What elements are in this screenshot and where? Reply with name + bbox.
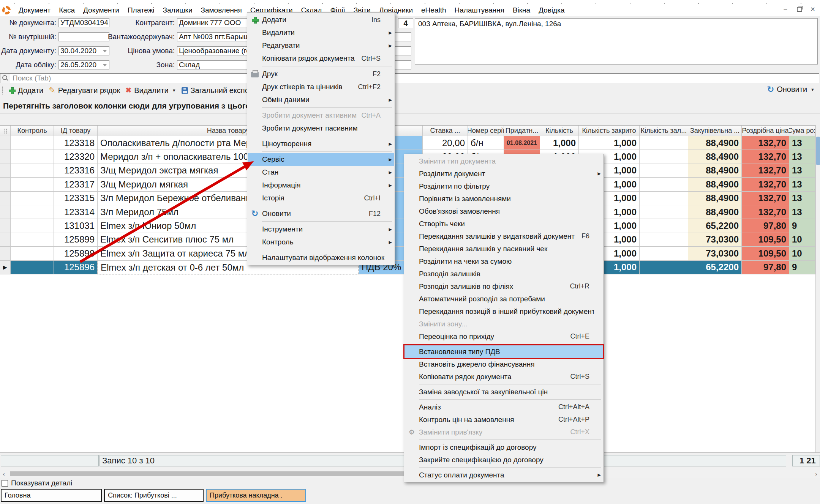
menubar-item-Вікна[interactable]: Вікна	[509, 6, 534, 14]
cell-control[interactable]	[11, 233, 54, 247]
toolbar-button-Загальний експорт[interactable]: Загальний експорт	[182, 86, 257, 95]
cell-id[interactable]: 125899	[54, 233, 98, 247]
cell-control[interactable]	[11, 247, 54, 260]
cell-sum[interactable]: 13	[789, 136, 815, 150]
menu-item-Видалити[interactable]: Видалити▶	[248, 26, 394, 39]
cell-qty_rem[interactable]	[640, 205, 688, 219]
menu-item-Розділити документ[interactable]: Розділити документ▶	[404, 167, 603, 180]
cell-retail[interactable]: 109,50	[742, 247, 789, 260]
column-header-control[interactable]: Контроль	[11, 126, 54, 136]
cell-sum[interactable]: 13	[789, 205, 815, 219]
menu-item-Розподіл залишків[interactable]: Розподіл залишків	[404, 268, 603, 280]
column-header-qty_rem[interactable]: Кількість зал...	[640, 126, 688, 136]
menu-item-Інформація[interactable]: Інформація▶	[248, 179, 394, 192]
cell-id[interactable]: 123318	[54, 136, 98, 150]
menu-item-Імпорт із специфікацій до договору[interactable]: Імпорт із специфікацій до договору	[404, 441, 603, 454]
cell-retail[interactable]: 109,50	[742, 233, 789, 247]
menu-item-Перекидання залишків у пасивний чек[interactable]: Перекидання залишків у пасивний чек	[404, 243, 603, 255]
cell-sum[interactable]: 13	[789, 192, 815, 205]
menu-item-Контроль цін на замовлення[interactable]: Контроль цін на замовленняCtrl+Alt+P	[404, 413, 603, 426]
vertical-scrollbar[interactable]	[815, 125, 820, 452]
cell-retail[interactable]: 132,70	[742, 136, 789, 150]
cell-control[interactable]	[11, 219, 54, 233]
menu-item-Переоцінка по прихіду[interactable]: Переоцінка по прихідуCtrl+E	[404, 330, 603, 343]
column-header-marker[interactable]	[0, 126, 11, 136]
menu-item-Створіть чеки[interactable]: Створіть чеки	[404, 217, 603, 230]
cell-qty_rem[interactable]	[640, 192, 688, 205]
cell-qty_rem[interactable]	[640, 219, 688, 233]
menu-item-Копіювати рядок документа[interactable]: Копіювати рядок документаCtrl+S	[404, 370, 603, 383]
restore-button[interactable]	[795, 5, 803, 14]
tab-Головна[interactable]: Головна	[1, 489, 102, 502]
clipped-field-fragment[interactable]: 4	[398, 18, 413, 28]
toolbar-button-Редагувати рядок[interactable]: ✎Редагувати рядок	[49, 86, 120, 95]
cell-sum[interactable]: 10	[789, 233, 815, 247]
cell-marker[interactable]	[0, 136, 11, 150]
menu-item-Статус оплати документа[interactable]: Статус оплати документа▶	[404, 469, 603, 481]
cell-sum[interactable]: 13	[789, 150, 815, 164]
cell-sum[interactable]: 13	[789, 164, 815, 178]
cell-retail[interactable]: 97,80	[742, 261, 789, 274]
toolbar-button-Видалити[interactable]: ✖Видалити▼	[125, 86, 176, 95]
cell-retail[interactable]: 132,70	[742, 150, 789, 164]
menu-item-Встановлення типу ПДВ[interactable]: Встановлення типу ПДВ	[404, 345, 603, 358]
menubar-item-eHealth[interactable]: eHealth	[417, 6, 450, 14]
cell-expiry[interactable]: 01.08.2021	[504, 136, 540, 150]
cell-control[interactable]	[11, 150, 54, 164]
cell-purchase[interactable]: 65,2200	[688, 219, 742, 233]
menu-item-Копіювати рядок документа[interactable]: Копіювати рядок документаCtrl+S	[248, 52, 394, 65]
menu-item-Друк[interactable]: ДрукF2	[248, 68, 394, 80]
cell-sum[interactable]: 9	[789, 261, 815, 274]
cell-sum[interactable]: 13	[789, 178, 815, 191]
cell-marker[interactable]	[0, 219, 11, 233]
refresh-button[interactable]: ↻ Оновити ▼	[767, 85, 815, 94]
cell-series[interactable]: б/н	[468, 136, 504, 150]
cell-qty_closed[interactable]: 1,000	[579, 136, 640, 150]
column-header-series[interactable]: Номер серії	[468, 126, 504, 136]
cell-retail[interactable]: 132,70	[742, 192, 789, 205]
cell-marker[interactable]	[0, 164, 11, 178]
menu-item-Порівняти із замовленнями[interactable]: Порівняти із замовленнями	[404, 192, 603, 205]
search-input[interactable]	[10, 74, 819, 83]
column-header-retail[interactable]: Роздрібна ціна	[742, 126, 789, 136]
table-row[interactable]: 123318Ополаскиватель д/полости рта Мери2…	[0, 136, 815, 150]
cell-retail[interactable]: 97,80	[742, 219, 789, 233]
cell-marker[interactable]	[0, 192, 11, 205]
menu-item-Друк стікерів та цінників[interactable]: Друк стікерів та цінниківCtrl+F2	[248, 80, 394, 93]
cell-control[interactable]	[11, 164, 54, 178]
tab-Список: Прибуткові ...[interactable]: Список: Прибуткові ...	[104, 489, 204, 502]
menubar-item-Налаштування[interactable]: Налаштування	[450, 6, 509, 14]
menu-item-Обов'язкові замовлення[interactable]: Обов'язкові замовлення	[404, 205, 603, 217]
minimize-button[interactable]: –	[781, 5, 790, 14]
menu-item-Автоматичний розподіл за потребами[interactable]: Автоматичний розподіл за потребами	[404, 293, 603, 305]
menu-item-Аналіз[interactable]: АналізCtrl+Alt+A	[404, 401, 603, 413]
column-header-sum[interactable]: Сума роз	[789, 126, 815, 136]
cell-control[interactable]	[11, 178, 54, 191]
cell-control[interactable]	[11, 136, 54, 150]
vertical-scrollbar-thumb[interactable]	[816, 137, 820, 165]
cell-id[interactable]: 131031	[54, 219, 98, 233]
menu-item-Контроль[interactable]: Контроль▶	[248, 236, 394, 249]
cell-qty_rem[interactable]	[640, 150, 688, 164]
cell-id[interactable]: 123317	[54, 178, 98, 191]
cell-marker[interactable]: ▶	[0, 261, 11, 274]
cell-marker[interactable]	[0, 233, 11, 247]
cell-id[interactable]: 123315	[54, 192, 98, 205]
column-header-purchase[interactable]: Закупівельна ...	[688, 126, 742, 136]
menu-item-Стан[interactable]: Стан▶	[248, 166, 394, 179]
toolbar-grip-icon[interactable]	[2, 86, 3, 94]
menu-item-Ціноутворення[interactable]: Ціноутворення▶	[248, 137, 394, 150]
menu-item-Встановіть джерело фінансування[interactable]: Встановіть джерело фінансування	[404, 358, 603, 370]
cell-qty_rem[interactable]	[640, 178, 688, 191]
scroll-right-icon[interactable]: ›	[812, 471, 820, 477]
menu-item-Перекидання позицій в інший прибутковий документ[interactable]: Перекидання позицій в інший прибутковий …	[404, 305, 603, 318]
menubar-item-Каса[interactable]: Каса	[55, 6, 79, 14]
menubar-item-Замовлення[interactable]: Замовлення	[197, 6, 246, 14]
show-details-checkbox[interactable]	[2, 480, 8, 487]
menu-item-Перекидання залишків у видатковий документ[interactable]: Перекидання залишків у видатковий докуме…	[404, 230, 603, 243]
cell-retail[interactable]: 132,70	[742, 164, 789, 178]
cell-qty_rem[interactable]	[640, 164, 688, 178]
close-button[interactable]: ✕	[809, 5, 817, 14]
cell-qty_rem[interactable]	[640, 261, 688, 274]
column-header-id[interactable]: ІД товару	[54, 126, 98, 136]
